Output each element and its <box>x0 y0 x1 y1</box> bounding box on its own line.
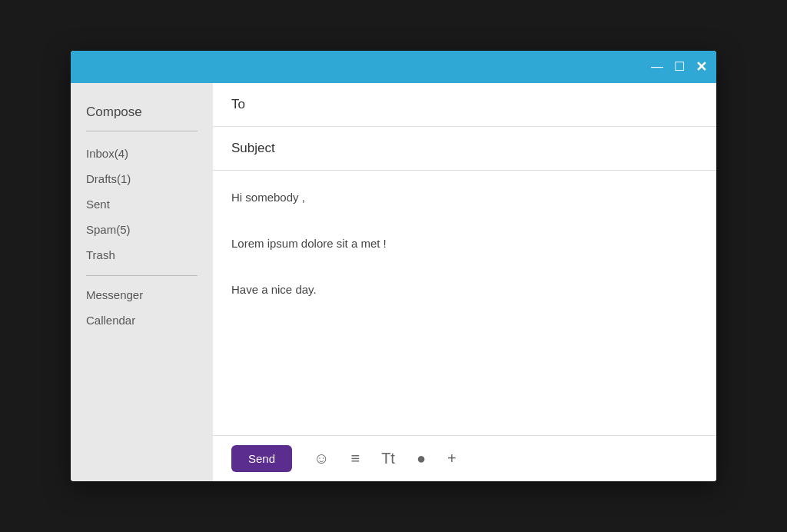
sidebar-item-sent[interactable]: Sent <box>86 198 198 211</box>
sidebar-item-calendar[interactable]: Callendar <box>86 314 198 327</box>
sidebar-divider-bottom <box>86 275 198 276</box>
text-format-icon[interactable]: Tt <box>381 450 395 467</box>
compose-toolbar: Send ☺ ≡ Tt ● + <box>213 435 716 481</box>
close-button[interactable]: ✕ <box>696 60 707 74</box>
subject-field-row: Subject <box>213 127 716 171</box>
to-field-row: To <box>213 83 716 127</box>
send-button[interactable]: Send <box>231 445 292 472</box>
emoji-icon[interactable]: ☺ <box>314 450 329 467</box>
sidebar-secondary: Messenger Callendar <box>86 288 198 327</box>
email-window: — ☐ ✕ Compose Inbox(4) Drafts(1) Sent Sp… <box>71 51 716 481</box>
align-icon[interactable]: ≡ <box>350 450 360 467</box>
sidebar-item-messenger[interactable]: Messenger <box>86 288 198 301</box>
add-icon[interactable]: + <box>447 450 457 467</box>
titlebar: — ☐ ✕ <box>71 51 716 83</box>
circle-icon[interactable]: ● <box>417 450 426 467</box>
to-input[interactable] <box>277 98 698 111</box>
sidebar-item-spam[interactable]: Spam(5) <box>86 223 198 236</box>
compose-area: To Subject <box>213 83 716 435</box>
sidebar-item-inbox[interactable]: Inbox(4) <box>86 147 198 160</box>
subject-label: Subject <box>231 141 277 156</box>
minimize-button[interactable]: — <box>651 61 663 73</box>
compose-label[interactable]: Compose <box>86 105 198 120</box>
sidebar-item-drafts[interactable]: Drafts(1) <box>86 172 198 185</box>
sidebar-divider-top <box>86 131 198 131</box>
window-controls: — ☐ ✕ <box>651 60 707 74</box>
sidebar: Compose Inbox(4) Drafts(1) Sent Spam(5) … <box>71 83 213 481</box>
to-label: To <box>231 97 277 112</box>
window-body: Compose Inbox(4) Drafts(1) Sent Spam(5) … <box>71 83 716 481</box>
sidebar-item-trash[interactable]: Trash <box>86 248 198 261</box>
maximize-button[interactable]: ☐ <box>674 61 685 73</box>
main-content: To Subject Send ☺ ≡ Tt ● <box>213 83 716 481</box>
sidebar-nav: Inbox(4) Drafts(1) Sent Spam(5) Trash <box>86 147 198 261</box>
subject-input[interactable] <box>277 142 698 155</box>
body-area <box>213 171 716 435</box>
body-textarea[interactable] <box>231 186 698 420</box>
